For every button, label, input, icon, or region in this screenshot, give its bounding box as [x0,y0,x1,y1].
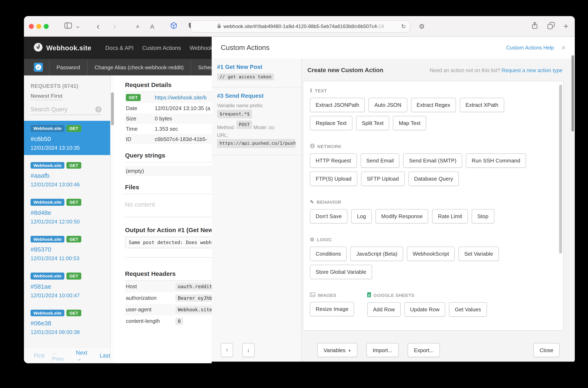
sidebar-scrollbar[interactable] [110,75,114,363]
chevron-down-icon[interactable] [76,23,80,30]
method-badge: GET [66,199,81,206]
page-next-link[interactable]: Next → [76,349,92,362]
help-icon[interactable]: ? [95,106,102,112]
action-code-snippet: // get access token [217,73,274,80]
action-type-button[interactable]: FTP(S) Upload [310,171,357,186]
action-type-button[interactable]: WebhookScript [407,246,455,261]
extension-box-icon[interactable] [170,22,178,30]
import-button[interactable]: Import... [366,343,398,357]
variables-button[interactable]: Variables▲ [317,343,357,357]
browser-window: ‹ › A A webhook.site/#!/bab49480-1a9d-41… [24,16,575,363]
action-type-button[interactable]: Extract Regex [411,98,456,112]
traffic-zoom-button[interactable] [44,24,49,29]
action-item[interactable]: #1 Get New Post // get access token [212,59,301,87]
action-type-button[interactable]: Database Query [408,171,459,186]
page-last-link[interactable]: Last [100,353,110,359]
request-list-item[interactable]: Webhook.siteGET #c6b50 12/01/2024 13:10:… [24,121,110,155]
app-badge: Webhook.site [30,310,64,316]
action-type-button[interactable]: Modify Response [376,209,429,223]
action-type-button[interactable]: Get Values [449,302,487,317]
text-size-small-icon[interactable]: A [136,24,139,29]
reload-icon[interactable]: ↻ [401,23,406,30]
action-type-button[interactable]: Add Row [367,302,401,317]
sort-order-link[interactable]: Newest First [30,93,62,100]
action-type-button[interactable]: Extract JSONPath [310,98,365,112]
action-type-button[interactable]: Split Text [356,116,389,130]
move-action-down-button[interactable]: ↓ [242,343,255,357]
browser-chrome: ‹ › A A webhook.site/#!/bab49480-1a9d-41… [24,16,575,37]
gear-icon[interactable]: ⚙ [419,22,425,30]
method-badge: GET [66,125,81,132]
request-list-item[interactable]: Webhook.siteGET #aaafb 12/01/2024 13:00:… [24,158,110,192]
mode-empty-badge [269,126,275,129]
action-type-button[interactable]: Resize Image [310,302,354,316]
pencil-icon: ✎ [310,199,314,205]
address-bar[interactable]: webhook.site/#!/bab49480-1a9d-4120-88b5-… [191,20,410,33]
request-list-item[interactable]: Webhook.siteGET #8d48e 12/01/2024 12:00:… [24,194,110,229]
method-badge: GET [66,272,81,279]
text-cursor-icon: I [310,88,312,94]
traffic-minimize-button[interactable] [36,24,41,29]
verified-check-button[interactable]: ✓ [34,63,43,72]
share-icon[interactable] [532,22,538,31]
action-type-button[interactable]: Extract XPath [460,98,504,112]
sidebar-toggle-icon[interactable] [64,22,72,30]
move-action-up-button[interactable]: ↑ [221,343,233,357]
brand[interactable]: Webhook.site [34,43,91,53]
scrollbar-thumb[interactable] [111,92,114,125]
action-type-button[interactable]: Log [351,209,372,223]
page-first-link[interactable]: First [34,353,45,359]
request-list-item[interactable]: Webhook.siteGET #581ae 12/01/2024 10:00:… [24,268,110,302]
section-images: IMAGES Resize Image [310,292,360,320]
action-title-link[interactable]: #3 Send Request [217,92,296,99]
action-type-button[interactable]: Run SSH Command [466,153,526,168]
action-type-button[interactable]: Conditions [310,246,347,261]
action-type-button[interactable]: Set Variable [459,246,499,261]
request-list-item[interactable]: Webhook.siteGET #06e38 12/01/2024 09:00:… [24,305,110,339]
action-type-button[interactable]: Update Row [404,302,445,317]
action-type-button[interactable]: Send Email [361,153,400,168]
close-button[interactable]: Close [534,343,560,357]
forward-button[interactable]: › [113,21,116,31]
app-badge: Webhook.site [30,272,64,279]
text-size-large-icon[interactable]: A [150,23,154,30]
window-scrollbar-thumb[interactable] [571,55,574,132]
action-item[interactable]: #3 Send Request Variable name prefix: $r… [212,87,301,155]
action-title-link[interactable]: #1 Get New Post [217,64,296,70]
action-type-button[interactable]: Stop [472,209,494,223]
action-type-button[interactable]: Send Email (SMTP) [403,153,462,168]
action-type-button[interactable]: Rate Limit [432,209,468,223]
export-button[interactable]: Export... [408,343,440,357]
request-url-link[interactable]: https://webhook.site/b [155,95,207,101]
action-type-button[interactable]: Auto JSON [369,98,407,112]
toolbar-item-password[interactable]: Password [50,64,87,70]
search-input[interactable]: Search Query ? [30,106,102,115]
panel-scrollbar-thumb[interactable] [559,85,562,254]
action-type-button[interactable]: JavaScript (Beta) [351,246,403,261]
action-type-button[interactable]: Don't Save [310,209,347,223]
action-type-button[interactable]: Map Text [393,116,426,130]
request-id: #581ae [30,283,103,290]
toolbar-item-change-alias[interactable]: Change Alias (check-webhook-reddit) [87,64,191,70]
request-id: #aaafb [30,172,103,179]
nav-link-docs[interactable]: Docs & API [105,45,134,51]
action-type-button[interactable]: HTTP Request [310,153,357,168]
screen: ‹ › A A webhook.site/#!/bab49480-1a9d-41… [0,0,588,388]
traffic-close-button[interactable] [29,24,34,29]
request-new-action-link[interactable]: Request a new action type [502,68,562,73]
close-icon[interactable]: × [562,44,566,51]
globe-icon [310,144,315,149]
request-list-item[interactable]: Webhook.siteGET #85370 12/01/2024 11:00:… [24,232,110,266]
app-badge: Webhook.site [30,162,64,169]
back-button[interactable]: ‹ [97,21,100,31]
method-badge: GET [66,162,81,169]
action-type-button[interactable]: Replace Text [310,116,352,130]
tab-overview-icon[interactable] [547,22,555,31]
page-prev-link[interactable]: ← Prev [52,349,69,362]
custom-actions-help-link[interactable]: Custom Actions Help [506,45,554,50]
nav-link-custom-actions[interactable]: Custom Actions [142,45,181,51]
new-tab-icon[interactable]: + [564,22,568,31]
action-type-button[interactable]: SFTP Upload [361,171,405,186]
modal-header: Custom Actions Custom Actions Help × [212,37,575,59]
action-type-button[interactable]: Store Global Variable [310,265,372,279]
